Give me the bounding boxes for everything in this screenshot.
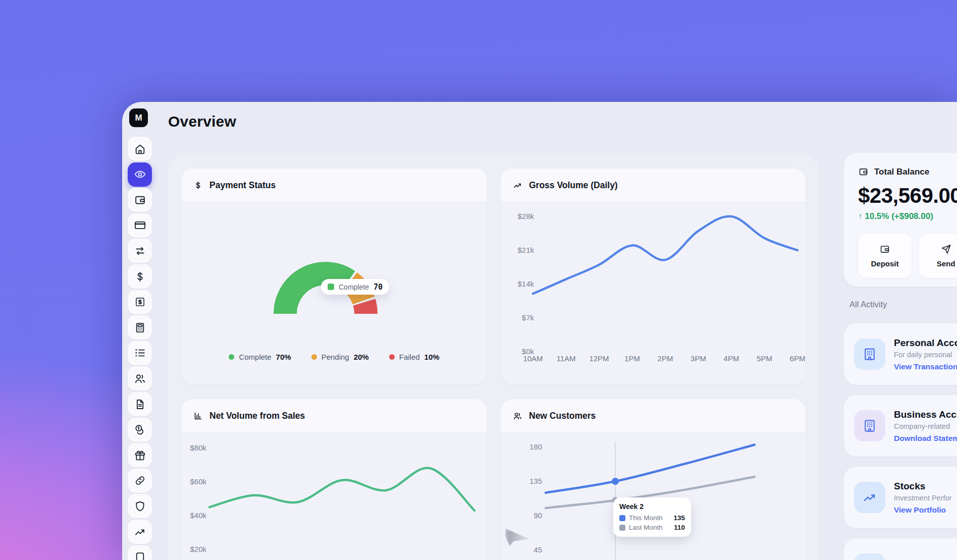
- tooltip-label: Complete: [339, 283, 369, 291]
- activity-link[interactable]: Download Statem: [894, 434, 957, 443]
- sidebar-item-eye[interactable]: [128, 162, 152, 187]
- deposit-button[interactable]: Deposit: [858, 234, 912, 278]
- activity-icon-tile: [854, 482, 885, 513]
- send-button[interactable]: Send: [919, 234, 957, 278]
- sidebar-item-wallet[interactable]: [128, 188, 152, 212]
- legend-item: Complete70%: [229, 353, 291, 361]
- trending-up-icon: [134, 526, 146, 538]
- new-customers-card: New Customers 1801359045 Week 2 This Mon…: [501, 399, 806, 560]
- legend-item: Failed10%: [389, 353, 440, 361]
- legend-dot: [311, 354, 317, 360]
- sidebar-item-shield[interactable]: [128, 494, 152, 518]
- send-icon: [940, 244, 951, 255]
- payment-status-body: Complete 70 Complete70%Pending20%Failed1…: [181, 202, 487, 384]
- gross-volume-title: Gross Volume (Daily): [529, 180, 618, 191]
- legend-item: Pending20%: [311, 353, 369, 361]
- trending-up-icon: [862, 490, 877, 505]
- tooltip-swatch: [328, 284, 334, 290]
- net-volume-card: Net Volume from Sales $80k$60k$40k$20k: [181, 399, 487, 560]
- gross-volume-header: Gross Volume (Daily): [501, 169, 806, 202]
- sidebar-item-gift[interactable]: [128, 443, 152, 467]
- tooltip-row: This Month135: [619, 514, 685, 522]
- desktop-background: M Overview Payment Status Complete 70: [0, 0, 957, 560]
- sidebar-item-link[interactable]: [128, 469, 152, 493]
- activity-title: Business Accou: [894, 409, 957, 420]
- dollar-icon: [193, 181, 203, 190]
- svg-text:$80k: $80k: [190, 443, 206, 452]
- building-icon: [862, 347, 877, 362]
- payment-status-title: Payment Status: [209, 180, 276, 191]
- tooltip-row: Last Month110: [619, 524, 685, 531]
- new-customers-chart[interactable]: 1801359045: [501, 432, 806, 560]
- sidebar-item-receipt[interactable]: [128, 290, 152, 314]
- users-icon: [513, 411, 522, 421]
- sidebar-item-calculator[interactable]: [128, 315, 152, 340]
- svg-text:5PM: 5PM: [757, 354, 772, 363]
- net-volume-title: Net Volume from Sales: [209, 411, 305, 421]
- svg-text:135: 135: [529, 477, 542, 485]
- svg-text:10AM: 10AM: [523, 354, 543, 363]
- new-customers-title: New Customers: [529, 411, 596, 421]
- device-icon: [134, 551, 146, 560]
- net-volume-body: $80k$60k$40k$20k: [181, 432, 487, 560]
- sidebar-item-list[interactable]: [128, 341, 152, 365]
- gift-icon: [134, 449, 146, 462]
- activity-subtitle: Company-related: [894, 422, 957, 430]
- svg-text:45: 45: [534, 545, 542, 554]
- sidebar-item-trending-up[interactable]: [128, 520, 152, 544]
- sidebar-item-transfer[interactable]: [128, 239, 152, 263]
- gross-volume-chart[interactable]: $28k$21k$14k$7k$0k10AM11AM12PM1PM2PM3PM4…: [501, 202, 806, 384]
- trending-up-icon: [513, 181, 522, 190]
- sidebar-item-document[interactable]: [128, 392, 152, 416]
- svg-text:$40k: $40k: [190, 511, 206, 520]
- svg-text:$60k: $60k: [190, 477, 206, 486]
- activity-card-personal-accou[interactable]: Personal Accou For daily personal View T…: [844, 323, 957, 385]
- link-icon: [134, 474, 146, 487]
- activity-link[interactable]: View Transaction: [894, 362, 957, 371]
- deposit-button-label: Deposit: [871, 259, 898, 268]
- eye-icon: [134, 168, 146, 181]
- total-balance-change: ↑ 10.5% (+$908.00): [858, 211, 957, 221]
- series-swatch: [619, 515, 625, 521]
- activity-card-crypto[interactable]: Crypto Wallet & Exchang: [844, 538, 957, 560]
- svg-text:$14k: $14k: [517, 279, 534, 288]
- sidebar-item-dollar[interactable]: [128, 264, 152, 289]
- activity-subtitle: Investment Perfor: [894, 494, 951, 502]
- building-icon: [862, 418, 877, 433]
- new-customers-body: 1801359045 Week 2 This Month135Last Mont…: [501, 432, 806, 560]
- document-icon: [134, 398, 146, 411]
- svg-text:6PM: 6PM: [790, 354, 806, 363]
- payment-status-card: Payment Status Complete 70 Complete70%Pe…: [181, 169, 487, 384]
- dollar-icon: [134, 270, 146, 283]
- total-balance-amount: $23,569.00: [858, 184, 957, 208]
- net-volume-header: Net Volume from Sales: [181, 399, 487, 433]
- page-title: Overview: [168, 113, 236, 130]
- svg-text:11AM: 11AM: [556, 354, 575, 363]
- wallet-icon: [858, 166, 869, 177]
- tooltip-value: 70: [374, 283, 383, 292]
- sidebar-item-home[interactable]: [128, 137, 152, 161]
- home-icon: [134, 143, 146, 155]
- gross-volume-card: Gross Volume (Daily) $28k$21k$14k$7k$0k1…: [501, 169, 806, 384]
- svg-text:1PM: 1PM: [624, 354, 640, 363]
- activity-link[interactable]: View Portfolio: [894, 506, 951, 515]
- activity-title: Personal Accou: [894, 338, 957, 349]
- activity-card-stocks[interactable]: Stocks Investment Perfor View Portfolio: [844, 467, 957, 528]
- sidebar-item-credit-card[interactable]: [128, 213, 152, 238]
- sidebar-item-users[interactable]: [128, 366, 152, 390]
- sidebar-item-coins[interactable]: [128, 418, 152, 442]
- charts-container: Payment Status Complete 70 Complete70%Pe…: [168, 155, 819, 560]
- activity-card-business-accou[interactable]: Business Accou Company-related Download …: [844, 395, 957, 457]
- sidebar-item-device[interactable]: [128, 545, 152, 560]
- transfer-icon: [134, 245, 146, 257]
- new-customers-tooltip: Week 2 This Month135Last Month110: [613, 497, 691, 537]
- activity-icon-tile: [854, 553, 885, 560]
- svg-text:$20k: $20k: [190, 545, 206, 553]
- credit-card-icon: [134, 219, 146, 232]
- svg-text:4PM: 4PM: [724, 354, 739, 363]
- wallet-icon: [134, 194, 146, 206]
- net-volume-chart[interactable]: $80k$60k$40k$20k: [181, 432, 487, 560]
- activity-subtitle: For daily personal: [894, 351, 957, 359]
- legend-dot: [389, 354, 395, 360]
- deposit-wallet-icon: [879, 244, 890, 255]
